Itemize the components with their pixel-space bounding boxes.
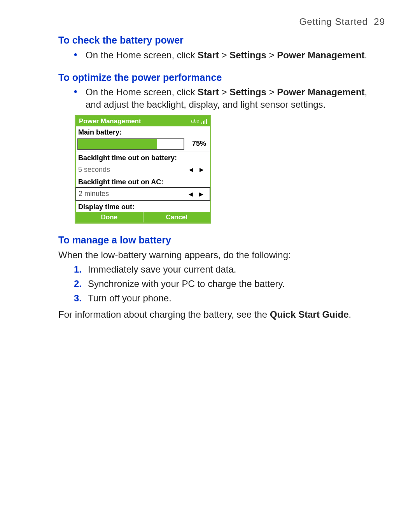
list-item: 3. Turn off your phone. xyxy=(74,292,385,304)
done-button[interactable]: Done xyxy=(76,212,143,222)
page-number: 29 xyxy=(374,16,385,27)
heading-low-battery: To manage a low battery xyxy=(58,234,385,247)
backlight-ac-selector[interactable]: 2 minutes ◀ ▶ xyxy=(75,187,210,201)
backlight-battery-label: Backlight time out on battery: xyxy=(76,152,210,163)
spinner-arrows-icon: ◀ ▶ xyxy=(189,191,206,198)
numbered-steps: 1. Immediately save your current data. 2… xyxy=(74,263,385,304)
cancel-button[interactable]: Cancel xyxy=(144,212,210,222)
bullet-dot-icon: • xyxy=(74,86,86,110)
bullet-item: • On the Home screen, click Start > Sett… xyxy=(74,86,369,110)
bullet-item: • On the Home screen, click Start > Sett… xyxy=(74,49,369,61)
spinner-arrows-icon: ◀ ▶ xyxy=(189,166,206,173)
low-battery-intro: When the low-battery warning appears, do… xyxy=(58,249,377,261)
device-titlebar: Power Management abc xyxy=(76,116,210,126)
device-softkey-bar: Done Cancel xyxy=(76,212,210,222)
manual-page: Getting Started 29 To check the battery … xyxy=(0,0,420,338)
bullet-text: On the Home screen, click Start > Settin… xyxy=(86,86,369,110)
list-item: 2. Synchronize with your PC to charge th… xyxy=(74,278,385,290)
backlight-ac-value: 2 minutes xyxy=(79,189,109,198)
input-mode-indicator: abc xyxy=(191,118,199,124)
step-text: Turn off your phone. xyxy=(88,292,172,304)
signal-icon xyxy=(201,119,207,124)
step-number: 2. xyxy=(74,278,88,290)
display-timeout-label: Display time out: xyxy=(76,201,210,212)
bullet-dot-icon: • xyxy=(74,49,86,61)
backlight-battery-selector[interactable]: 5 seconds ◀ ▶ xyxy=(76,164,210,176)
battery-fill xyxy=(78,139,157,149)
list-item: 1. Immediately save your current data. xyxy=(74,263,385,275)
step-number: 1. xyxy=(74,263,88,275)
step-number: 3. xyxy=(74,292,88,304)
device-title: Power Management xyxy=(79,117,141,126)
battery-percent: 75% xyxy=(184,138,208,150)
running-header: Getting Started 29 xyxy=(58,16,385,28)
step-text: Immediately save your current data. xyxy=(88,263,236,275)
main-battery-label: Main battery: xyxy=(76,126,210,138)
backlight-ac-label: Backlight time out on AC: xyxy=(76,176,210,187)
battery-track xyxy=(77,138,184,150)
charging-info: For information about charging the batte… xyxy=(58,308,377,320)
backlight-battery-value: 5 seconds xyxy=(78,165,110,174)
heading-check-battery: To check the battery power xyxy=(58,34,385,47)
battery-meter: 75% xyxy=(76,138,210,152)
power-management-screenshot: Power Management abc Main battery: 75% B… xyxy=(75,115,211,224)
section-name: Getting Started xyxy=(299,16,368,27)
step-text: Synchronize with your PC to charge the b… xyxy=(88,278,285,290)
bullet-text: On the Home screen, click Start > Settin… xyxy=(86,49,369,61)
heading-optimize-power: To optimize the power performance xyxy=(58,71,385,84)
